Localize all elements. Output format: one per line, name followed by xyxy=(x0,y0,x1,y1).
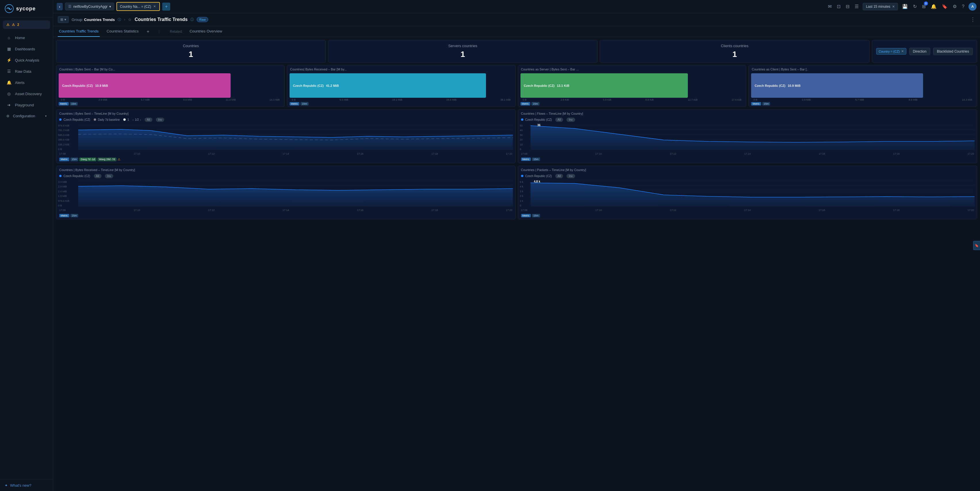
sidebar-label-configuration: Configuration xyxy=(13,114,35,118)
chart-x-axis: 0 B 2.9 MiB 5.7 MiB 8.6 MiB 11.4 MiB 14.… xyxy=(59,98,282,101)
inv-filter-btn2[interactable]: Inv xyxy=(566,118,575,122)
help-icon[interactable]: ? xyxy=(961,3,966,10)
email-icon[interactable]: ✉ xyxy=(827,3,833,10)
favorite-star-icon[interactable]: ☆ xyxy=(128,17,132,22)
sync-icon[interactable]: ↻ xyxy=(912,3,918,10)
tab-doc-icon: ☰ xyxy=(68,4,72,9)
back-button[interactable]: ‹ xyxy=(57,3,63,10)
timeline-bytes-sent: Countries | Bytes Sent – TimeLine [M by … xyxy=(56,109,515,163)
tab-traffic-trends[interactable]: Countries Traffic Trends xyxy=(58,26,100,37)
timeline-bytes-sent-badges: Metric 15m Davg 7d -1d Wavg 28d -7d ⚠ xyxy=(56,156,515,163)
inv-filter-btn[interactable]: Inv xyxy=(156,118,164,122)
home-icon: ⌂ xyxy=(6,35,11,40)
bar-value: 41.2 MiB xyxy=(326,84,339,87)
side-bookmark[interactable]: 🔖 xyxy=(973,241,980,250)
add-tab-button[interactable]: + xyxy=(162,3,170,11)
tab-netflow[interactable]: ☰ netflowByCountryAggr ▾ xyxy=(65,3,114,10)
sycope-logo xyxy=(5,4,14,13)
bar-cyan: Czech Republic (CZ) 41.2 MiB xyxy=(290,73,486,98)
page-info-icon[interactable]: ⓘ xyxy=(190,17,194,22)
more-options-button[interactable]: ⋮ xyxy=(970,16,975,23)
page-header: ⊞ ▾ Group: Countries Trends ⓘ › ☆ Countr… xyxy=(53,13,980,26)
alert-bar[interactable]: ⚠ ⚠ 2 xyxy=(3,21,50,29)
servers-summary-card: Servers countries 1 xyxy=(328,40,598,63)
all-filter-btn2[interactable]: All xyxy=(555,118,563,122)
filter-tag-label: Country = (CZ) xyxy=(879,50,900,53)
time-tag: 15m xyxy=(762,102,770,105)
nav-prev-icon[interactable]: ‹ xyxy=(132,118,134,122)
sidebar-item-configuration[interactable]: ⚙ Configuration ▾ xyxy=(2,111,51,121)
chart-server-body: Czech Republic (CZ) 13.1 KiB 0 B 2.9 KiB… xyxy=(518,72,746,106)
legend-label-baseline: Daily 7d baseline xyxy=(98,118,119,121)
raw-data-icon: ☰ xyxy=(6,69,11,73)
tab-label: netflowByCountryAggr xyxy=(73,5,108,9)
group-selector[interactable]: ⊞ ▾ xyxy=(58,16,69,23)
countries-card-title: Countries xyxy=(183,44,199,48)
notification-badge[interactable]: ⊞ 8 xyxy=(921,3,927,10)
all-filter-btn[interactable]: All xyxy=(145,118,153,122)
timeline-flows-legend: Czech Republic (CZ) All Inv xyxy=(518,116,977,123)
avatar[interactable]: A xyxy=(969,3,977,11)
save-icon[interactable]: 💾 xyxy=(901,3,909,10)
group-info-icon[interactable]: ⓘ xyxy=(118,17,121,22)
tab-filter[interactable]: Country Na... = (CZ) ✕ xyxy=(116,2,160,11)
tab-divider: | xyxy=(158,30,159,33)
notification-count: 8 xyxy=(924,2,928,5)
tab-dropdown-icon[interactable]: ▾ xyxy=(109,5,111,9)
monitor-icon[interactable]: ⊡ xyxy=(836,3,842,10)
all-filter-btn4[interactable]: All xyxy=(555,174,563,178)
inv-filter-btn3[interactable]: Inv xyxy=(105,174,113,178)
whats-new[interactable]: ✦ What's new? xyxy=(0,480,53,491)
tab-countries-overview[interactable]: Countries Overview xyxy=(188,26,223,37)
bar-value: 13.1 KiB xyxy=(557,84,569,87)
settings-icon[interactable]: ⚙ xyxy=(951,3,958,10)
sidebar-item-quick-analysis[interactable]: ⚡ Quick Analysis xyxy=(2,55,51,65)
direction-filter-button[interactable]: Direction xyxy=(909,48,930,55)
sidebar-item-playground[interactable]: ➜ Playground xyxy=(2,100,51,110)
timeline-packets-legend: Czech Republic (CZ) All Inv xyxy=(518,173,977,180)
filter-icon[interactable]: ⊟ xyxy=(845,3,851,10)
timeline-bytes-sent-title: Countries | Bytes Sent – TimeLine [M by … xyxy=(56,110,515,116)
timeline-bytes-received-badges: Metric 15m xyxy=(56,213,515,219)
bar-green: Czech Republic (CZ) 13.1 KiB xyxy=(520,73,688,98)
chart-bytes-sent-body: Czech Republic (CZ) 10.9 MiB 0 B 2.9 MiB… xyxy=(56,72,285,106)
inv-filter-btn4[interactable]: Inv xyxy=(566,174,575,178)
time-tag5: 15m xyxy=(532,214,540,217)
time-filter[interactable]: Last 15 minutes ✕ xyxy=(863,3,898,10)
raw-badge: Raw xyxy=(197,17,208,22)
alert-count: 2 xyxy=(17,23,19,27)
filter-tag-close-icon[interactable]: ✕ xyxy=(901,49,904,53)
main-panel: ‹ ☰ netflowByCountryAggr ▾ Country Na...… xyxy=(53,0,980,491)
bookmark-icon[interactable]: 🔖 xyxy=(940,3,949,10)
sidebar-item-dashboards[interactable]: ▦ Dashboards xyxy=(2,43,51,54)
bell-icon[interactable]: 🔔 xyxy=(930,3,938,10)
add-tab-icon[interactable]: + xyxy=(145,27,150,37)
timeline-flows: Countries | Flows – TimeLine [M by Count… xyxy=(518,109,977,163)
group-label: Group: Countries Trends xyxy=(72,17,115,22)
country-filter-tag[interactable]: Country = (CZ) ✕ xyxy=(876,48,906,55)
timeline-packets-x-labels: 17:08 17:10 17:12 17:14 17:16 17:18 17:2… xyxy=(518,208,977,213)
all-filter-btn3[interactable]: All xyxy=(94,174,102,178)
timeline-bytes-received-svg xyxy=(76,180,515,208)
bar-pink: Czech Republic (CZ) 10.9 MiB xyxy=(59,73,231,98)
tab-filter-close-icon[interactable]: ✕ xyxy=(153,4,156,9)
sidebar-item-raw-data[interactable]: ☰ Raw Data xyxy=(2,66,51,77)
chart-x-axis: 0 B 2.9 MiB 5.7 MiB 8.6 MiB 14.3 MiB xyxy=(751,98,975,101)
warning-icon: ⚠ xyxy=(118,157,121,161)
timeline-row-1: Countries | Bytes Sent – TimeLine [M by … xyxy=(56,109,977,163)
blacklisted-filter-button[interactable]: Blacklisted Countries xyxy=(933,48,973,55)
nav-next-icon[interactable]: › xyxy=(140,118,141,122)
sidebar-item-asset-discovery[interactable]: ◎ Asset Discovery xyxy=(2,88,51,99)
sidebar-item-home[interactable]: ⌂ Home xyxy=(2,32,51,43)
bar-slate: Czech Republic (CZ) 10.9 MiB xyxy=(751,73,923,98)
time-filter-close-icon[interactable]: ✕ xyxy=(892,5,895,9)
timeline-packets-area: 5 k 4 k 3 k 2 k 1 k 0 4.8 k xyxy=(518,180,977,208)
legend-label-cz2: Czech Republic (CZ) xyxy=(525,118,552,121)
timeline-bytes-sent-x-labels: 17:08 17:10 17:12 17:14 17:16 17:18 17:2… xyxy=(56,152,515,156)
layout-icon[interactable]: ☰ xyxy=(853,3,860,10)
sidebar-item-alerts[interactable]: 🔔 Alerts xyxy=(2,77,51,88)
tab-statistics[interactable]: Countries Statistics xyxy=(105,26,140,37)
sidebar: sycope ⚠ ⚠ 2 ⌂ Home ▦ Dashboards ⚡ Quick… xyxy=(0,0,53,491)
legend-dot-gray xyxy=(94,118,96,121)
chart-bytes-sent: Countries | Bytes Sent – Bar [M by Co...… xyxy=(56,65,285,107)
